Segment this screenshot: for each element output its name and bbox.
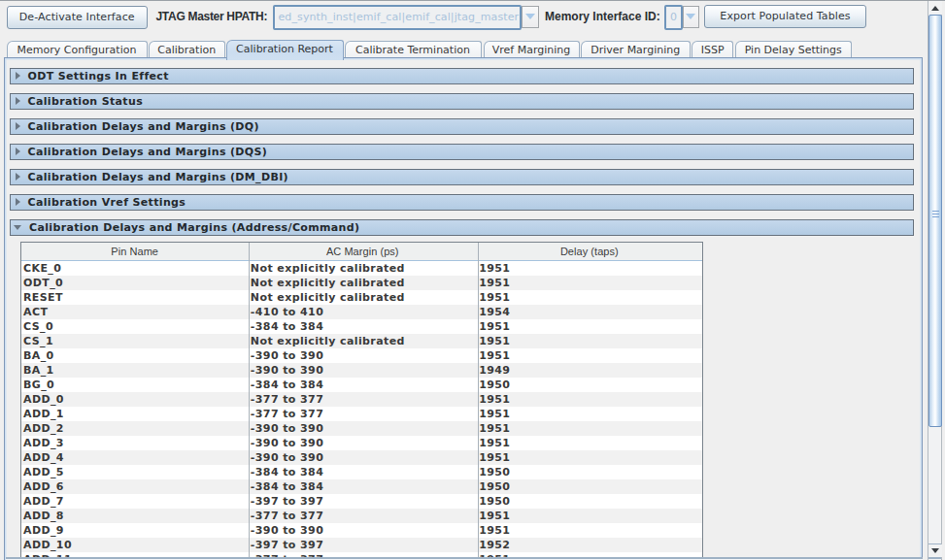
scroll-down-arrow-icon	[931, 548, 939, 553]
section-header-calibration-vref-settings[interactable]: Calibration Vref Settings	[10, 194, 914, 211]
section-header-odt-settings-in-effect[interactable]: ODT Settings In Effect	[10, 68, 914, 84]
memory-interface-id-label: Memory Interface ID:	[545, 5, 660, 29]
cell-pin-name: CS_1	[21, 334, 249, 348]
jtag-hpath-dropdown-button[interactable]	[522, 6, 539, 28]
cell-delay: 1951	[477, 407, 702, 421]
section-header-calibration-delays-and-margins-dqs-[interactable]: Calibration Delays and Margins (DQS)	[10, 144, 914, 160]
memory-interface-id-dropdown-button[interactable]	[683, 6, 699, 28]
tab-pin-delay-settings[interactable]: Pin Delay Settings	[735, 41, 853, 57]
section-title: ODT Settings In Effect	[28, 70, 169, 82]
vertical-scrollbar[interactable]	[928, 0, 942, 560]
table-row-ba_1[interactable]: BA_1-390 to 3901949	[21, 363, 703, 378]
table-header-row: Pin Name AC Margin (ps) Delay (taps)	[21, 243, 703, 261]
table-row-add_2[interactable]: ADD_2-390 to 3901951	[21, 421, 703, 436]
tab-vref-margining[interactable]: Vref Margining	[484, 41, 580, 57]
cell-ac-margin: -397 to 397	[249, 538, 477, 552]
export-populated-tables-button[interactable]: Export Populated Tables	[704, 5, 866, 28]
cell-pin-name: ADD_9	[21, 523, 249, 538]
table-row-add_5[interactable]: ADD_5-384 to 3841950	[21, 465, 703, 479]
cell-ac-margin: -390 to 390	[249, 421, 477, 436]
table-row-add_0[interactable]: ADD_0-377 to 3771951	[21, 392, 703, 407]
cell-ac-margin: Not explicitly calibrated	[249, 334, 477, 348]
table-row-act[interactable]: ACT-410 to 4101954	[21, 305, 703, 319]
cell-delay: 1951	[477, 523, 702, 538]
cell-pin-name: BA_1	[21, 363, 249, 378]
cell-ac-margin: -384 to 384	[249, 378, 477, 392]
table-row-cs_0[interactable]: CS_0-384 to 3841951	[21, 319, 703, 334]
table-row-ba_0[interactable]: BA_0-390 to 3901951	[21, 348, 703, 363]
column-header-delay[interactable]: Delay (taps)	[477, 243, 702, 260]
table-row-bg_0[interactable]: BG_0-384 to 3841950	[21, 378, 703, 392]
tab-calibration-report[interactable]: Calibration Report	[226, 40, 344, 60]
cell-delay: 1951	[477, 392, 702, 407]
tab-memory-configuration[interactable]: Memory Configuration	[7, 41, 148, 57]
tab-issp[interactable]: ISSP	[692, 41, 734, 57]
scrollbar-down-button[interactable]	[929, 544, 942, 557]
cell-delay: 1950	[477, 494, 702, 509]
column-header-pin-name[interactable]: Pin Name	[21, 243, 249, 260]
table-row-cs_1[interactable]: CS_1Not explicitly calibrated1951	[21, 334, 703, 348]
cell-pin-name: CKE_0	[21, 261, 249, 276]
section-header-calibration-delays-and-margins-address-command-[interactable]: Calibration Delays and Margins (Address/…	[10, 219, 914, 236]
scrollbar-up-button[interactable]	[929, 1, 942, 15]
table-row-add_10[interactable]: ADD_10-397 to 3971952	[21, 538, 703, 552]
section-header-calibration-delays-and-margins-dq-[interactable]: Calibration Delays and Margins (DQ)	[10, 118, 914, 135]
table-row-add_7[interactable]: ADD_7-397 to 3971950	[21, 494, 703, 509]
tab-content-panel: ODT Settings In EffectCalibration Status…	[4, 57, 923, 560]
cell-pin-name: RESET	[21, 290, 249, 305]
section-title: Calibration Vref Settings	[28, 196, 186, 209]
cell-pin-name: ACT	[21, 305, 249, 319]
section-title: Calibration Delays and Margins (Address/…	[29, 221, 359, 234]
column-header-ac-margin[interactable]: AC Margin (ps)	[249, 243, 477, 260]
cell-delay: 1951	[477, 261, 702, 276]
memory-interface-id-combobox[interactable]: 0	[664, 5, 683, 30]
tab-calibrate-termination[interactable]: Calibrate Termination	[345, 41, 482, 57]
table-row-add_9[interactable]: ADD_9-390 to 3901951	[21, 523, 703, 538]
section-header-calibration-status[interactable]: Calibration Status	[10, 93, 914, 110]
dropdown-arrow-icon	[525, 14, 535, 19]
cell-ac-margin: -390 to 390	[249, 450, 477, 465]
cell-ac-margin: -390 to 390	[249, 363, 477, 378]
cell-ac-margin: -377 to 377	[249, 392, 477, 407]
cell-pin-name: ADD_10	[21, 538, 249, 552]
table-row-add_3[interactable]: ADD_3-390 to 3901951	[21, 436, 703, 450]
cell-ac-margin: -384 to 384	[249, 319, 477, 334]
toolbar: De-Activate Interface JTAG Master HPATH:…	[0, 0, 927, 41]
expand-triangle-icon	[16, 97, 20, 105]
cell-pin-name: ADD_2	[21, 421, 249, 436]
tab-driver-margining[interactable]: Driver Margining	[581, 41, 692, 57]
cell-delay: 1951	[477, 348, 702, 363]
table-row-cke_0[interactable]: CKE_0Not explicitly calibrated1951	[21, 261, 703, 276]
scroll-up-arrow-icon	[931, 6, 939, 11]
cell-pin-name: ADD_5	[21, 465, 249, 479]
jtag-hpath-value: ed_synth_inst|emif_cal|emif_cal|jtag_mas…	[279, 11, 520, 23]
cell-ac-margin: -397 to 397	[249, 494, 477, 509]
deactivate-interface-button[interactable]: De-Activate Interface	[7, 6, 148, 29]
section-header-calibration-delays-and-margins-dm-dbi-[interactable]: Calibration Delays and Margins (DM_DBI)	[10, 169, 914, 185]
cell-delay: 1951	[477, 421, 702, 436]
table-body: CKE_0Not explicitly calibrated1951ODT_0N…	[21, 261, 703, 560]
column-separator	[478, 243, 479, 560]
table-row-odt_0[interactable]: ODT_0Not explicitly calibrated1951	[21, 276, 703, 290]
table-row-add_8[interactable]: ADD_8-377 to 3771951	[21, 509, 703, 523]
cell-delay: 1950	[477, 479, 702, 494]
cell-delay: 1951	[477, 319, 702, 334]
cell-pin-name: BG_0	[21, 378, 249, 392]
cell-pin-name: ODT_0	[21, 276, 249, 290]
jtag-hpath-label: JTAG Master HPATH:	[156, 5, 268, 29]
cell-ac-margin: -390 to 390	[249, 348, 477, 363]
expand-triangle-icon	[16, 148, 20, 155]
scrollbar-thumb[interactable]	[928, 15, 942, 427]
table-row-add_4[interactable]: ADD_4-390 to 3901951	[21, 450, 703, 465]
scrollbar-thumb-grip	[932, 211, 939, 218]
table-row-add_6[interactable]: ADD_6-384 to 3841950	[21, 479, 703, 494]
section-title: Calibration Delays and Margins (DM_DBI)	[28, 171, 289, 183]
jtag-hpath-combobox[interactable]: ed_synth_inst|emif_cal|emif_cal|jtag_mas…	[273, 5, 522, 30]
table-row-add_1[interactable]: ADD_1-377 to 3771951	[21, 407, 703, 421]
section-title: Calibration Delays and Margins (DQS)	[28, 146, 268, 158]
table-row-reset[interactable]: RESETNot explicitly calibrated1951	[21, 290, 703, 305]
tab-calibration[interactable]: Calibration	[149, 41, 226, 57]
collapse-triangle-icon	[14, 225, 21, 230]
cell-pin-name: BA_0	[21, 348, 249, 363]
cell-ac-margin: -377 to 377	[249, 407, 477, 421]
